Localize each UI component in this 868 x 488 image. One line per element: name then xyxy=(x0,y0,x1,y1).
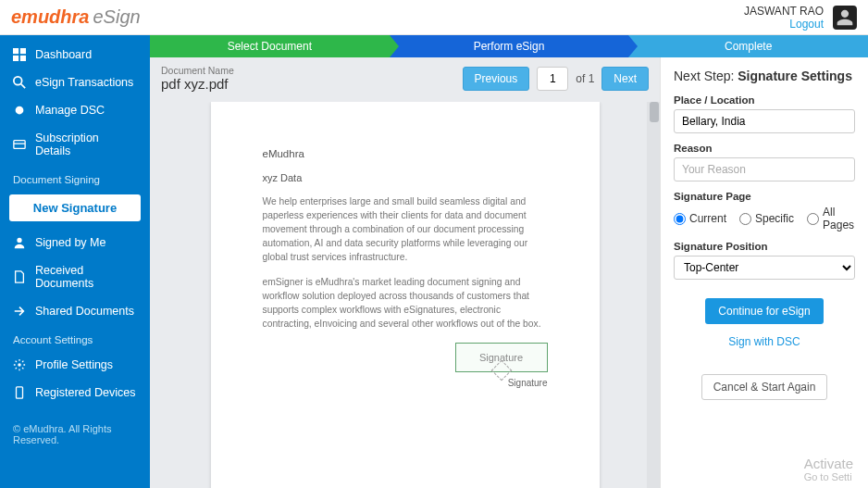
doc-name-label: Document Name xyxy=(161,65,455,76)
search-icon xyxy=(13,76,26,89)
sidebar-item-label: Registered Devices xyxy=(35,386,135,399)
sidebar-item-label: Dashboard xyxy=(35,48,92,61)
app-header: emudhraeSign JASWANT RAO Logout xyxy=(0,0,868,35)
next-page-button[interactable]: Next xyxy=(601,67,649,91)
place-label: Place / Location xyxy=(674,94,855,106)
username-label: JASWANT RAO xyxy=(744,5,824,18)
svg-point-4 xyxy=(14,77,22,85)
radio-all-pages[interactable]: All Pages xyxy=(807,206,855,231)
sign-with-dsc-link[interactable]: Sign with DSC xyxy=(674,335,855,348)
radio-current[interactable]: Current xyxy=(674,212,726,225)
card-icon xyxy=(13,138,26,151)
dot-icon xyxy=(13,104,26,117)
svg-line-5 xyxy=(21,84,25,88)
document-viewport[interactable]: eMudhra xyz Data We help enterprises lar… xyxy=(180,102,630,488)
signature-page-radios: Current Specific All Pages xyxy=(674,206,855,231)
svg-rect-3 xyxy=(20,56,26,61)
sidebar-item-manage-dsc[interactable]: Manage DSC xyxy=(0,96,150,124)
page-subtitle: xyz Data xyxy=(263,172,548,183)
share-icon xyxy=(13,305,26,318)
content-area: Select Document Perform eSign Complete D… xyxy=(150,35,868,488)
reason-label: Reason xyxy=(674,143,855,154)
sidebar-item-profile-settings[interactable]: Profile Settings xyxy=(0,351,150,379)
sidebar-item-label: Shared Documents xyxy=(35,305,134,318)
sidebar-item-subscription[interactable]: Subscription Details xyxy=(0,124,150,165)
progress-stepper: Select Document Perform eSign Complete xyxy=(150,35,868,57)
sidebar-item-received-documents[interactable]: Received Documents xyxy=(0,257,150,297)
sidebar-item-label: Profile Settings xyxy=(35,358,113,371)
copyright-text: © eMudhra. All Rights Reserved. xyxy=(0,407,150,462)
svg-rect-7 xyxy=(14,141,25,149)
sidebar-item-label: eSign Transactions xyxy=(35,76,133,89)
place-input[interactable] xyxy=(674,109,855,133)
document-page: eMudhra xyz Data We help enterprises lar… xyxy=(211,102,600,488)
page-brand: eMudhra xyxy=(263,148,548,159)
reason-input[interactable] xyxy=(674,157,855,181)
sidebar: Dashboard eSign Transactions Manage DSC … xyxy=(0,35,150,488)
logo-brand: emudhra xyxy=(11,6,89,27)
signature-position-select[interactable]: Top-Center xyxy=(674,256,855,280)
sidebar-item-esign-transactions[interactable]: eSign Transactions xyxy=(0,69,150,96)
step-complete[interactable]: Complete xyxy=(628,35,868,57)
svg-rect-0 xyxy=(13,48,19,54)
sidebar-item-label: Received Documents xyxy=(35,264,137,290)
sidebar-item-label: Subscription Details xyxy=(35,131,137,157)
section-account-settings: Account Settings xyxy=(0,325,150,351)
page-of-label: of 1 xyxy=(576,72,594,85)
document-toolbar: Document Name pdf xyz.pdf Previous of 1 … xyxy=(150,57,660,97)
avatar-icon[interactable] xyxy=(833,6,857,30)
page-paragraph-1: We help enterprises large and small buil… xyxy=(263,194,548,264)
settings-pane: Next Step: Signature Settings Place / Lo… xyxy=(660,57,868,488)
document-icon xyxy=(13,270,26,283)
radio-specific[interactable]: Specific xyxy=(739,212,794,225)
svg-rect-2 xyxy=(13,56,19,61)
sidebar-item-label: Manage DSC xyxy=(35,104,105,117)
document-pane: Document Name pdf xyz.pdf Previous of 1 … xyxy=(150,57,660,488)
page-number-input[interactable] xyxy=(537,67,568,91)
app-logo: emudhraeSign xyxy=(11,6,141,28)
section-document-signing: Document Signing xyxy=(0,165,150,191)
svg-point-10 xyxy=(18,363,21,367)
previous-page-button[interactable]: Previous xyxy=(463,67,530,91)
dashboard-icon xyxy=(13,48,26,61)
signature-page-label: Signature Page xyxy=(674,191,855,202)
sidebar-item-registered-devices[interactable]: Registered Devices xyxy=(0,379,150,407)
settings-title: Next Step: Signature Settings xyxy=(674,69,855,83)
settings-icon xyxy=(13,358,26,371)
sidebar-item-dashboard[interactable]: Dashboard xyxy=(0,41,150,69)
cancel-restart-button[interactable]: Cancel & Start Again xyxy=(701,374,828,400)
svg-point-6 xyxy=(16,106,24,115)
page-paragraph-2: emSigner is eMudhra's market leading doc… xyxy=(263,275,548,331)
user-block: JASWANT RAO Logout xyxy=(744,5,857,31)
scrollbar-thumb[interactable] xyxy=(650,102,659,122)
logo-product: eSign xyxy=(93,6,140,27)
device-icon xyxy=(13,386,26,399)
svg-rect-11 xyxy=(17,387,23,398)
step-perform-esign[interactable]: Perform eSign xyxy=(390,35,629,57)
doc-filename: pdf xyz.pdf xyxy=(161,76,455,92)
user-icon xyxy=(13,236,26,249)
step-select-document[interactable]: Select Document xyxy=(150,35,390,57)
svg-rect-1 xyxy=(20,48,26,54)
new-signature-button[interactable]: New Signature xyxy=(9,194,141,221)
continue-esign-button[interactable]: Continue for eSign xyxy=(705,298,823,324)
signature-caption: Signature xyxy=(508,378,548,388)
sidebar-item-signed-by-me[interactable]: Signed by Me xyxy=(0,229,150,257)
sidebar-item-shared-documents[interactable]: Shared Documents xyxy=(0,297,150,325)
sidebar-item-label: Signed by Me xyxy=(35,236,105,249)
signature-placeholder[interactable]: Signature xyxy=(455,343,548,372)
logout-link[interactable]: Logout xyxy=(744,18,824,31)
svg-point-9 xyxy=(17,238,21,243)
scrollbar[interactable] xyxy=(647,102,660,488)
signature-position-label: Signature Position xyxy=(674,241,855,252)
